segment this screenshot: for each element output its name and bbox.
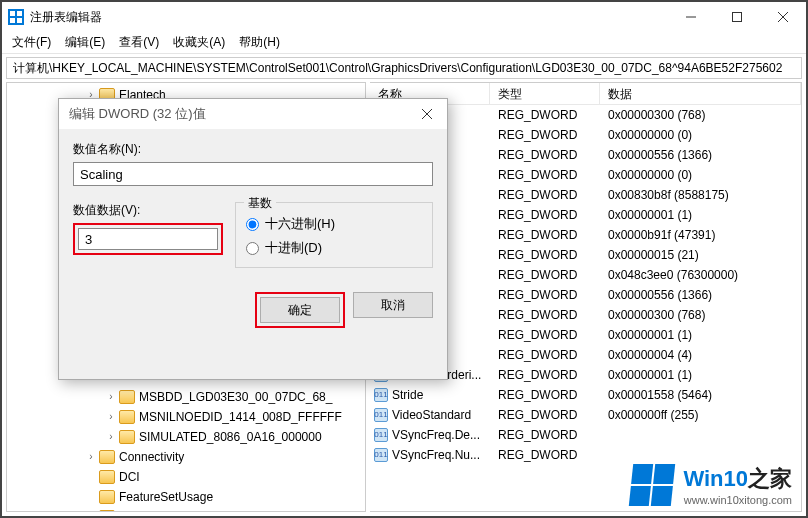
row-data: 0x00000000 (0) (600, 168, 801, 182)
folder-icon (99, 450, 115, 464)
row-type: REG_DWORD (490, 268, 600, 282)
tree-item[interactable]: DCI (15, 467, 365, 487)
row-type: REG_DWORD (490, 208, 600, 222)
list-row[interactable]: VSyncFreq.Nu...REG_DWORD (370, 445, 801, 465)
expand-icon[interactable]: › (85, 507, 97, 512)
folder-icon (99, 470, 115, 484)
base-group: 基数 十六进制(H) 十进制(D) (235, 202, 433, 268)
tree-item[interactable]: FeatureSetUsage (15, 487, 365, 507)
list-row[interactable]: VSyncFreq.De...REG_DWORD (370, 425, 801, 445)
row-type: REG_DWORD (490, 108, 600, 122)
tree-item-label: InternalMonEdid (119, 507, 206, 512)
dword-icon (374, 388, 388, 402)
folder-icon (99, 490, 115, 504)
row-type: REG_DWORD (490, 448, 600, 462)
minimize-button[interactable] (668, 2, 714, 32)
tree-item-label: FeatureSetUsage (119, 487, 213, 507)
base-legend: 基数 (244, 195, 276, 212)
value-data-input[interactable] (78, 228, 218, 250)
expand-icon[interactable]: › (105, 407, 117, 427)
watermark: Win10之家 www.win10xitong.com (631, 464, 792, 506)
value-name-label: 数值名称(N): (73, 141, 433, 158)
tree-item-label: MSNILNOEDID_1414_008D_FFFFFF (139, 407, 342, 427)
tree-item-label: Connectivity (119, 447, 184, 467)
watermark-brand-b: 之家 (748, 466, 792, 491)
title-bar: 注册表编辑器 (2, 2, 806, 32)
row-type: REG_DWORD (490, 368, 600, 382)
folder-icon (119, 390, 135, 404)
edit-dword-dialog: 编辑 DWORD (32 位)值 数值名称(N): 数值数据(V): 基数 十六… (58, 98, 448, 380)
radio-dec[interactable]: 十进制(D) (246, 239, 422, 257)
row-data: 0x00000001 (1) (600, 368, 801, 382)
folder-icon (119, 430, 135, 444)
dword-icon (374, 428, 388, 442)
tree-item[interactable]: ›Connectivity (15, 447, 365, 467)
row-name: VideoStandard (392, 408, 471, 422)
row-type: REG_DWORD (490, 248, 600, 262)
row-type: REG_DWORD (490, 128, 600, 142)
windows-logo-icon (629, 464, 675, 506)
row-data: 0x00000001 (1) (600, 208, 801, 222)
value-name-input[interactable] (73, 162, 433, 186)
tree-item[interactable]: ›SIMULATED_8086_0A16_000000 (15, 427, 365, 447)
tree-item[interactable]: ›MSBDD_LGD03E30_00_07DC_68_ (15, 387, 365, 407)
folder-icon (99, 510, 115, 512)
maximize-button[interactable] (714, 2, 760, 32)
row-type: REG_DWORD (490, 288, 600, 302)
menu-file[interactable]: 文件(F) (6, 32, 57, 53)
row-data: 0x00000000 (0) (600, 128, 801, 142)
menu-edit[interactable]: 编辑(E) (59, 32, 111, 53)
value-data-highlight (73, 223, 223, 255)
close-button[interactable] (760, 2, 806, 32)
row-type: REG_DWORD (490, 428, 600, 442)
menu-favorites[interactable]: 收藏夹(A) (167, 32, 231, 53)
dialog-titlebar[interactable]: 编辑 DWORD (32 位)值 (59, 99, 447, 129)
expand-icon[interactable]: › (85, 447, 97, 467)
tree-item-label: DCI (119, 467, 140, 487)
list-row[interactable]: VideoStandardREG_DWORD0x000000ff (255) (370, 405, 801, 425)
col-type[interactable]: 类型 (490, 83, 600, 104)
row-data: 0x00000300 (768) (600, 108, 801, 122)
watermark-url: www.win10xitong.com (683, 494, 792, 506)
row-data: 0x00000300 (768) (600, 308, 801, 322)
radio-hex-input[interactable] (246, 218, 259, 231)
tree-item[interactable]: ›InternalMonEdid (15, 507, 365, 512)
radio-dec-input[interactable] (246, 242, 259, 255)
dword-icon (374, 408, 388, 422)
expand-icon[interactable]: › (105, 427, 117, 447)
dword-icon (374, 448, 388, 462)
row-data: 0x00830b8f (8588175) (600, 188, 801, 202)
app-icon (8, 9, 24, 25)
tree-item[interactable]: ›MSNILNOEDID_1414_008D_FFFFFF (15, 407, 365, 427)
row-data: 0x00001558 (5464) (600, 388, 801, 402)
row-name: Stride (392, 388, 423, 402)
row-type: REG_DWORD (490, 168, 600, 182)
row-type: REG_DWORD (490, 348, 600, 362)
row-type: REG_DWORD (490, 148, 600, 162)
cancel-button[interactable]: 取消 (353, 292, 433, 318)
row-data: 0x00000015 (21) (600, 248, 801, 262)
ok-highlight: 确定 (255, 292, 345, 328)
address-bar[interactable]: 计算机\HKEY_LOCAL_MACHINE\SYSTEM\ControlSet… (6, 57, 802, 79)
dialog-close-button[interactable] (407, 99, 447, 129)
window-title: 注册表编辑器 (30, 9, 668, 26)
row-name: VSyncFreq.Nu... (392, 448, 480, 462)
row-type: REG_DWORD (490, 388, 600, 402)
tree-item-label: MSBDD_LGD03E30_00_07DC_68_ (139, 387, 332, 407)
row-data: 0x0000b91f (47391) (600, 228, 801, 242)
row-data: 0x00000556 (1366) (600, 288, 801, 302)
menu-help[interactable]: 帮助(H) (233, 32, 286, 53)
col-data[interactable]: 数据 (600, 83, 801, 104)
ok-button[interactable]: 确定 (260, 297, 340, 323)
expand-icon[interactable]: › (105, 387, 117, 407)
radio-hex[interactable]: 十六进制(H) (246, 215, 422, 233)
watermark-brand-a: Win10 (683, 466, 748, 491)
menu-view[interactable]: 查看(V) (113, 32, 165, 53)
window-controls (668, 2, 806, 32)
tree-item-label: SIMULATED_8086_0A16_000000 (139, 427, 322, 447)
row-data: 0x00000556 (1366) (600, 148, 801, 162)
row-type: REG_DWORD (490, 228, 600, 242)
folder-icon (119, 410, 135, 424)
row-name: VSyncFreq.De... (392, 428, 480, 442)
list-row[interactable]: StrideREG_DWORD0x00001558 (5464) (370, 385, 801, 405)
